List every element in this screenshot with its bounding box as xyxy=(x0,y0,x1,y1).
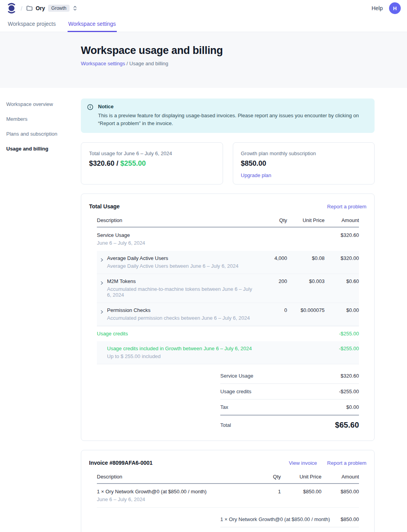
detail-qty: 200 xyxy=(256,278,287,284)
chevron-right-icon[interactable] xyxy=(97,278,107,298)
user-avatar[interactable]: H xyxy=(389,2,401,14)
col-amount: Amount xyxy=(321,474,359,480)
chevron-spacer xyxy=(97,346,107,359)
detail-title: Average Daily Active Users xyxy=(107,255,256,261)
credits-detail-title: Usage credits included in Growth between… xyxy=(107,346,256,351)
breadcrumb-settings-link[interactable]: Workspace settings xyxy=(81,61,125,66)
credits-detail-subtitle: Up to $ 255.00 included xyxy=(107,353,256,359)
sidebar-item-members[interactable]: Members xyxy=(6,114,81,124)
detail-amount: $0.00 xyxy=(325,307,359,313)
breadcrumb-current: / Usage and billing xyxy=(125,61,168,66)
subscription-card-value: $850.00 xyxy=(241,159,367,168)
invoice-table-header: Description Qty Unit Price Amount xyxy=(97,470,359,484)
top-bar: / Ory Growth Help H xyxy=(0,0,407,16)
detail-subtitle: Average Daily Active Users between June … xyxy=(107,263,256,269)
detail-subtitle: Accumulated machine-to-machine tokens be… xyxy=(107,286,256,298)
view-invoice-link[interactable]: View invoice xyxy=(289,460,317,466)
invoice-section: Invoice #8099AFA6-0001 View invoice Repo… xyxy=(81,450,375,532)
service-usage-row: Service Usage June 6 – July 6, 2024 $320… xyxy=(97,227,359,251)
invoice-line-unit-price: $850.00 xyxy=(281,489,321,494)
summary-label: 1 × Ory Network Growth@0 (at $850.00 / m… xyxy=(220,516,330,522)
invoice-report-problem-link[interactable]: Report a problem xyxy=(327,460,366,466)
notice-title: Notice xyxy=(98,104,368,109)
invoice-line-qty: 1 xyxy=(245,489,281,494)
total-usage-card-value: $320.60 / $255.00 xyxy=(89,159,215,168)
breadcrumb-separator: / xyxy=(21,5,22,12)
preview-notice: Notice This is a preview feature for dis… xyxy=(81,99,375,133)
folder-icon xyxy=(26,5,32,11)
summary-value: $320.60 xyxy=(341,373,359,379)
chevron-right-icon[interactable] xyxy=(97,307,107,321)
usage-detail-row[interactable]: Permission Checks Accumulated permission… xyxy=(97,303,359,326)
workspace-tabs: Workspace projects Workspace settings xyxy=(0,16,407,32)
sidebar-item-usage-and-billing[interactable]: Usage and billing xyxy=(6,144,81,154)
credits-detail-amount: -$255.00 xyxy=(325,346,359,351)
plan-badge: Growth xyxy=(48,5,70,12)
usage-detail-row[interactable]: Average Daily Active Users Average Daily… xyxy=(97,251,359,274)
sidebar-item-workspace-overview[interactable]: Workspace overview xyxy=(6,99,81,109)
usage-separator: / xyxy=(114,159,120,167)
help-link[interactable]: Help xyxy=(371,5,383,11)
tab-workspace-projects[interactable]: Workspace projects xyxy=(7,16,57,32)
invoice-line-title: 1 × Ory Network Growth@0 (at $850.00 / m… xyxy=(97,489,245,494)
info-icon xyxy=(87,104,93,127)
workspace-switcher[interactable]: Ory Growth xyxy=(26,5,77,12)
total-usage-section: Total Usage Report a problem Description… xyxy=(81,193,375,441)
detail-unit-price: $0.08 xyxy=(287,255,325,261)
summary-label: Usage credits xyxy=(220,389,251,394)
summary-row-tax: Tax $0.00 xyxy=(220,399,359,416)
usage-detail-row[interactable]: M2M Tokens Accumulated machine-to-machin… xyxy=(97,274,359,303)
usage-table: Description Qty Unit Price Amount Servic… xyxy=(97,213,359,364)
detail-amount: $320.00 xyxy=(325,255,359,261)
summary-label: Service Usage xyxy=(220,373,253,379)
summary-value: $850.00 xyxy=(341,516,359,522)
invoice-line-row: 1 × Ory Network Growth@0 (at $850.00 / m… xyxy=(97,484,359,508)
detail-unit-price: $0.003 xyxy=(287,278,325,284)
chevron-right-icon[interactable] xyxy=(97,255,107,269)
usage-credits-row: Usage credits -$255.00 xyxy=(97,326,359,341)
usage-report-problem-link[interactable]: Report a problem xyxy=(327,204,366,210)
usage-credits-title: Usage credits xyxy=(97,331,256,337)
detail-subtitle: Accumulated permission checks between Ju… xyxy=(107,315,256,321)
selector-chevrons-icon[interactable] xyxy=(73,5,77,11)
page-title: Workspace usage and billing xyxy=(81,45,407,57)
detail-title: M2M Tokens xyxy=(107,278,256,284)
content-area: Notice This is a preview feature for dis… xyxy=(81,99,375,532)
summary-value: -$255.00 xyxy=(339,389,359,394)
page-header: Workspace usage and billing Workspace se… xyxy=(0,32,407,88)
summary-value: $0.00 xyxy=(346,404,359,410)
usage-amount: $320.60 xyxy=(89,159,114,167)
breadcrumb: Workspace settings / Usage and billing xyxy=(81,61,407,66)
summary-row: 1 × Ory Network Growth@0 (at $850.00 / m… xyxy=(220,512,359,527)
usage-credits-amount: -$255.00 xyxy=(325,331,359,337)
total-usage-card-label: Total usage for June 6 – July 6, 2024 xyxy=(89,150,215,156)
invoice-line-period: June 6 – July 6, 2024 xyxy=(97,496,245,502)
col-qty: Qty xyxy=(256,217,287,223)
total-value: $65.60 xyxy=(335,421,359,430)
detail-title: Permission Checks xyxy=(107,307,256,313)
summary-label: Tax xyxy=(220,404,228,410)
col-description: Description xyxy=(97,217,256,223)
sidebar-item-plans-and-subscription[interactable]: Plans and subscription xyxy=(6,129,81,139)
usage-credits-detail-row: Usage credits included in Growth between… xyxy=(97,341,359,364)
summary-row: Usage credits -$255.00 xyxy=(220,384,359,399)
detail-amount: $0.60 xyxy=(325,278,359,284)
detail-qty: 4,000 xyxy=(256,255,287,261)
usage-table-header: Description Qty Unit Price Amount xyxy=(97,213,359,227)
invoice-summary: 1 × Ory Network Growth@0 (at $850.00 / m… xyxy=(220,512,359,532)
upgrade-plan-link[interactable]: Upgrade plan xyxy=(241,172,271,178)
detail-qty: 0 xyxy=(256,307,287,313)
invoice-title: Invoice #8099AFA6-0001 xyxy=(89,460,153,466)
ory-logo-icon[interactable] xyxy=(6,2,17,14)
subscription-card: Growth plan monthly subscription $850.00… xyxy=(233,142,375,184)
tab-workspace-settings[interactable]: Workspace settings xyxy=(68,16,117,32)
invoice-line-amount: $850.00 xyxy=(321,489,359,494)
usage-summary: Service Usage $320.60 Usage credits -$25… xyxy=(220,368,359,431)
invoice-table: Description Qty Unit Price Amount 1 × Or… xyxy=(97,470,359,508)
detail-unit-price: $0.000075 xyxy=(287,307,325,313)
col-unit-price: Unit Price xyxy=(281,474,321,480)
summary-total-row: Total $65.60 xyxy=(220,416,359,431)
total-label: Total xyxy=(220,422,231,428)
subscription-card-label: Growth plan monthly subscription xyxy=(241,150,367,156)
col-unit-price: Unit Price xyxy=(287,217,325,223)
